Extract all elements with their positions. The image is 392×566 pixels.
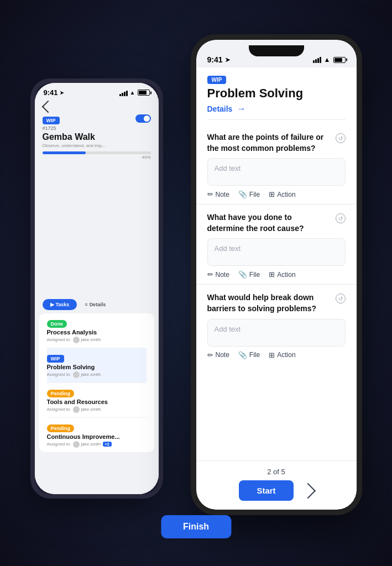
list-item[interactable]: Pending Tools and Resources Assigned to:… xyxy=(47,383,147,418)
file-button-1[interactable]: 📎 File xyxy=(238,190,260,198)
avatar xyxy=(73,441,80,448)
action-button-2[interactable]: ⊞ Action xyxy=(269,270,295,279)
avatar xyxy=(73,337,80,343)
tab-tasks[interactable]: ▶ Tasks xyxy=(43,299,77,310)
front-wip-badge: WIP xyxy=(207,76,227,84)
start-button[interactable]: Start xyxy=(239,480,293,501)
front-status-icons: ▲ xyxy=(313,56,346,64)
question-section-2: What have you done to determine the root… xyxy=(196,205,357,285)
task-assigned: Assigned to: jake.smith +2 xyxy=(47,441,147,448)
history-icon-2[interactable] xyxy=(336,213,346,223)
action-icon-3: ⊞ xyxy=(269,351,275,359)
back-phone: 9:41 ➤ ▲ xyxy=(30,78,163,499)
done-badge: Done xyxy=(47,320,67,328)
details-nav-label[interactable]: Details xyxy=(207,104,233,113)
pending-badge: Pending xyxy=(47,390,75,397)
list-item[interactable]: WIP Problem Solving Assigned to: jake.sm… xyxy=(47,348,147,383)
avatar xyxy=(73,371,80,378)
details-icon: ≡ xyxy=(85,302,87,307)
action-icon-2: ⊞ xyxy=(269,270,275,279)
pending-badge: Pending xyxy=(47,424,75,432)
task-title: Tools and Resources xyxy=(47,399,147,405)
tasks-icon: ▶ xyxy=(50,302,54,307)
note-icon-3: ✏ xyxy=(207,351,213,359)
question-section-3: What would help break down barriers to s… xyxy=(196,285,357,364)
task-title: Problem Solving xyxy=(47,364,147,370)
question-section-1: What are the points of failure or the mo… xyxy=(196,124,357,205)
front-scroll-area[interactable]: WIP Problem Solving Details → What are t… xyxy=(196,67,357,460)
back-top-bar xyxy=(35,99,159,114)
history-icon-3[interactable] xyxy=(336,294,346,303)
signal-bars-icon xyxy=(313,56,321,63)
back-content: WIP #1725 Gemba Walk Observe, understand… xyxy=(35,114,159,296)
list-item[interactable]: Done Process Analysis Assigned to: jake.… xyxy=(47,313,147,348)
back-ticket: #1725 xyxy=(43,125,106,131)
file-button-3[interactable]: 📎 File xyxy=(238,351,260,359)
tab-details[interactable]: ≡ Details xyxy=(80,299,110,310)
action-row-3: ✏ Note 📎 File ⊞ Action xyxy=(207,351,346,359)
extra-badge: +2 xyxy=(103,442,112,447)
back-chevron-icon[interactable] xyxy=(41,101,54,113)
action-row-1: ✏ Note 📎 File ⊞ Action xyxy=(207,190,346,198)
back-wip-badge: WIP xyxy=(43,117,60,124)
start-row: Start xyxy=(239,480,313,501)
wifi-icon: ▲ xyxy=(130,90,135,96)
back-tab-bar: ▶ Tasks ≡ Details xyxy=(35,296,159,313)
file-icon: 📎 xyxy=(238,190,247,198)
list-item[interactable]: Pending Continuous Improveme... Assigned… xyxy=(47,418,147,452)
wifi-signal-icon: ▲ xyxy=(324,56,331,64)
add-text-input-1[interactable]: Add text xyxy=(207,158,346,186)
note-button-3[interactable]: ✏ Note xyxy=(207,351,229,359)
action-icon-1: ⊞ xyxy=(269,190,275,198)
nav-arrow-icon[interactable]: → xyxy=(237,104,245,114)
front-nav-row: Details → xyxy=(207,104,346,120)
back-main-title: Gemba Walk xyxy=(43,132,106,142)
task-title: Process Analysis xyxy=(47,329,147,336)
back-status-bar: 9:41 ➤ ▲ xyxy=(35,83,159,99)
file-icon-3: 📎 xyxy=(238,351,247,359)
question-text-1: What are the points of failure or the mo… xyxy=(207,132,336,154)
file-button-2[interactable]: 📎 File xyxy=(238,270,260,279)
add-text-placeholder-1: Add text xyxy=(215,164,241,172)
battery-icon xyxy=(138,90,150,96)
action-button-1[interactable]: ⊞ Action xyxy=(269,190,295,198)
add-text-input-3[interactable]: Add text xyxy=(207,319,346,347)
signal-icon xyxy=(119,90,128,96)
progress-label: 40% xyxy=(43,155,151,160)
back-subtitle: Observe, understand, and imp... xyxy=(43,143,106,148)
back-time: 9:41 ➤ xyxy=(44,88,64,97)
note-icon: ✏ xyxy=(207,190,213,198)
location-icon: ➤ xyxy=(60,90,64,96)
avatar xyxy=(73,406,80,413)
action-button-3[interactable]: ⊞ Action xyxy=(269,351,295,359)
wip-toggle[interactable] xyxy=(135,114,151,123)
question-text-3: What would help break down barriers to s… xyxy=(207,292,336,314)
task-assigned: Assigned to: jake.smith xyxy=(47,337,147,343)
add-text-placeholder-3: Add text xyxy=(215,325,241,333)
task-title: Continuous Improveme... xyxy=(47,433,147,440)
note-button-1[interactable]: ✏ Note xyxy=(207,190,229,198)
action-row-2: ✏ Note 📎 File ⊞ Action xyxy=(207,270,346,279)
front-time: 9:41 ➤ xyxy=(207,55,230,64)
history-icon-1[interactable] xyxy=(336,133,346,143)
phones-container: 9:41 ➤ ▲ xyxy=(30,34,362,532)
task-assigned: Assigned to: jake.smith xyxy=(47,371,147,378)
front-phone: 9:41 ➤ ▲ xyxy=(191,34,362,515)
note-button-2[interactable]: ✏ Note xyxy=(207,270,229,279)
question-text-2: What have you done to determine the root… xyxy=(207,212,336,234)
task-assigned: Assigned to: jake.smith xyxy=(47,406,147,413)
progress-bar xyxy=(43,151,151,154)
pagination: 2 of 5 xyxy=(267,468,285,476)
next-chevron-icon[interactable] xyxy=(300,483,315,498)
add-text-input-2[interactable]: Add text xyxy=(207,238,346,266)
back-status-icons: ▲ xyxy=(119,90,150,96)
notch xyxy=(249,45,304,56)
finish-button[interactable]: Finish xyxy=(161,515,231,538)
progress-fill xyxy=(43,151,86,154)
front-bottom-bar: 2 of 5 Start xyxy=(196,460,357,510)
front-main-title: Problem Solving xyxy=(207,86,346,101)
location-arrow-icon: ➤ xyxy=(225,56,230,64)
wip-badge: WIP xyxy=(47,355,64,363)
question-row-1: What are the points of failure or the mo… xyxy=(207,132,346,154)
task-list: Done Process Analysis Assigned to: jake.… xyxy=(39,313,154,452)
